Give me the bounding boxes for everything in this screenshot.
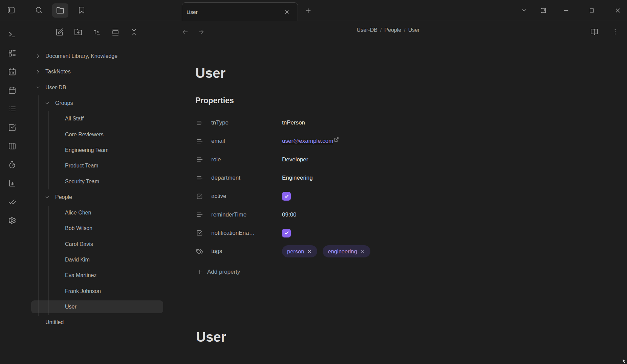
tree-item-user-db[interactable]: User-DB [24,80,170,95]
property-type-text-icon[interactable] [195,211,203,218]
ribbon-double-check-icon[interactable] [0,192,24,211]
add-property-button[interactable]: Add property [195,265,240,279]
card-layout-icon[interactable] [111,27,120,37]
property-link[interactable]: user@example.com [282,138,333,144]
property-name[interactable]: department [211,175,274,181]
ribbon-calendar-icon[interactable] [0,81,24,99]
maximize-icon[interactable] [585,4,599,17]
breadcrumb-separator: / [401,27,408,33]
tree-item-document-library-knowledge[interactable]: Document Library, Knowledge [24,48,170,64]
quick-search-icon[interactable] [32,3,46,17]
property-name[interactable]: tags [211,248,274,255]
property-name[interactable]: tnType [211,119,274,126]
breadcrumb-item[interactable]: User-DB [357,27,377,33]
property-checkbox[interactable] [282,192,291,201]
title-bar: User [0,0,627,21]
breadcrumb-item[interactable]: People [384,27,401,33]
tag-remove-icon[interactable] [360,249,365,254]
property-type-tags-icon[interactable] [195,248,203,255]
tree-item-security-team[interactable]: Security Team [24,174,170,189]
property-row-email: emailuser@example.com [195,132,459,150]
tree-item-label: User-DB [45,85,66,91]
tab-user[interactable]: User [182,2,298,21]
property-value[interactable]: Engineering [282,175,313,181]
tree-item-groups[interactable]: Groups [24,95,170,111]
ribbon-list-icon[interactable] [0,99,24,118]
tree-item-eva-martinez[interactable]: Eva Martinez [24,268,170,283]
property-type-text-icon[interactable] [195,156,203,163]
ribbon-calendar-days-icon[interactable] [0,62,24,81]
tag-pill-person[interactable]: person [282,245,317,257]
tree-item-label: Security Team [65,179,99,185]
sort-order-icon[interactable] [92,27,102,37]
property-value[interactable]: Developer [282,156,308,163]
property-type-checkbox-icon[interactable] [195,193,203,200]
property-name[interactable]: email [211,138,274,144]
ribbon-kanban-columns-icon[interactable] [0,137,24,155]
tab-close-icon[interactable] [282,7,291,17]
property-name[interactable]: notificationEna… [211,230,274,236]
tree-item-label: Carol Davis [65,241,93,247]
tree-item-all-staff[interactable]: All Staff [24,111,170,127]
ribbon-settings-gear-icon[interactable] [0,211,24,230]
bookmarks-view-icon[interactable] [75,3,88,17]
tree-item-label: Engineering Team [65,147,109,153]
ribbon-bar-chart-icon[interactable] [0,174,24,192]
property-name[interactable]: reminderTime [211,211,274,218]
tag-pill-engineering[interactable]: engineering [323,245,370,257]
minimize-icon[interactable] [559,4,573,17]
tree-item-core-reviewers[interactable]: Core Reviewers [24,127,170,142]
ribbon-layout-list-icon[interactable] [0,44,24,62]
property-type-checkbox-icon[interactable] [195,229,203,236]
tree-item-label: TaskNotes [45,69,71,75]
ribbon-timer-icon[interactable] [0,155,24,174]
tag-remove-icon[interactable] [307,249,312,254]
chevron-down-icon[interactable] [44,194,50,200]
files-view-icon[interactable] [52,3,68,18]
left-sidebar-toggle-icon[interactable] [4,3,18,17]
property-type-text-icon[interactable] [195,138,203,145]
property-type-text-icon[interactable] [195,175,203,182]
tree-item-david-kim[interactable]: David Kim [24,252,170,268]
property-checkbox[interactable] [282,229,291,237]
new-note-icon[interactable] [55,27,64,37]
tree-item-tasknotes[interactable]: TaskNotes [24,64,170,79]
breadcrumb-separator: / [377,27,384,33]
ribbon-check-square-icon[interactable] [0,118,24,137]
tree-item-people[interactable]: People [24,189,170,205]
tab-list-icon[interactable] [517,4,531,17]
indent-guide [38,95,39,316]
property-value[interactable]: 09:00 [282,211,297,218]
close-window-icon[interactable] [611,4,625,17]
indent-guide [48,111,49,189]
reading-view-icon[interactable] [587,25,601,39]
property-value[interactable]: tnPerson [282,119,305,126]
property-type-text-icon[interactable] [195,119,203,127]
tree-item-untitled[interactable]: Untitled [24,315,170,330]
collapse-all-icon[interactable] [129,27,139,37]
tree-item-frank-johnson[interactable]: Frank Johnson [24,283,170,299]
back-button[interactable] [178,25,192,39]
tree-item-bob-wilson[interactable]: Bob Wilson [24,221,170,236]
chevron-down-icon[interactable] [44,100,50,106]
property-row-active: active [195,187,459,205]
note-title[interactable]: User [195,66,225,81]
right-sidebar-toggle-icon[interactable] [537,4,550,17]
ribbon-terminal-icon[interactable] [0,25,24,44]
tree-item-carol-davis[interactable]: Carol Davis [24,236,170,252]
breadcrumb-item[interactable]: User [408,27,420,33]
property-name[interactable]: role [211,156,274,163]
property-name[interactable]: active [211,193,274,200]
new-folder-icon[interactable] [73,27,83,37]
tree-item-engineering-team[interactable]: Engineering Team [24,142,170,158]
chevron-right-icon[interactable] [35,53,41,59]
more-options-icon[interactable] [608,25,622,39]
chevron-down-icon[interactable] [35,85,41,90]
new-tab-button[interactable] [301,4,315,17]
tree-item-product-team[interactable]: Product Team [24,158,170,174]
forward-button[interactable] [194,25,208,39]
chevron-right-icon[interactable] [35,69,41,75]
tree-item-alice-chen[interactable]: Alice Chen [24,205,170,221]
tree-item-user[interactable]: User [24,299,170,315]
tree-item-label: Untitled [45,319,64,325]
